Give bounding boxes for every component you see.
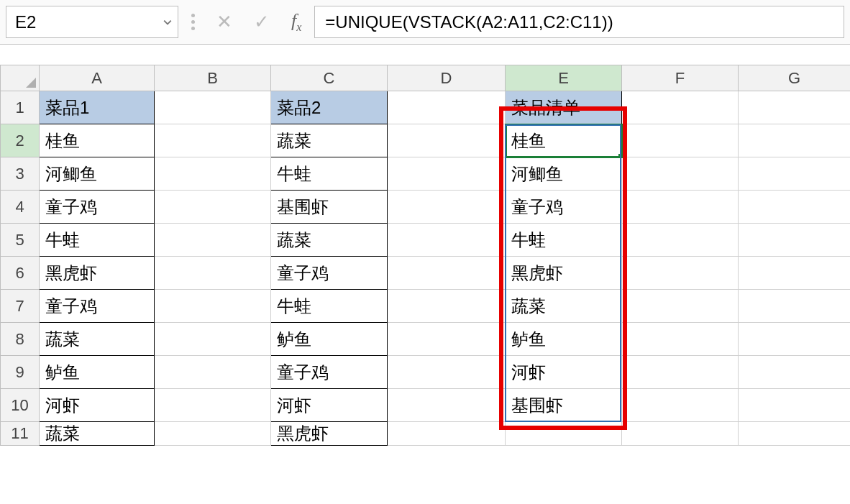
cell-F6[interactable] [622, 257, 739, 290]
cell-D9[interactable] [388, 356, 506, 389]
cell-B2[interactable] [155, 124, 271, 157]
row-header-1[interactable]: 1 [1, 91, 40, 124]
cell-D1[interactable] [388, 91, 506, 124]
cell-A8[interactable]: 蔬菜 [40, 323, 155, 356]
cell-G3[interactable] [739, 157, 851, 191]
cell-C10[interactable]: 河虾 [271, 389, 388, 422]
row-header-2[interactable]: 2 [1, 124, 40, 157]
cell-A2[interactable]: 桂鱼 [40, 124, 155, 157]
cell-B9[interactable] [155, 356, 271, 389]
cell-G10[interactable] [739, 389, 851, 422]
cell-E4[interactable]: 童子鸡 [506, 191, 622, 224]
cell-G4[interactable] [739, 191, 851, 224]
cell-G9[interactable] [739, 356, 851, 389]
cell-D7[interactable] [388, 290, 506, 323]
cell-F9[interactable] [622, 356, 739, 389]
cell-E6[interactable]: 黑虎虾 [506, 257, 622, 290]
cell-G5[interactable] [739, 224, 851, 257]
cell-C3[interactable]: 牛蛙 [271, 157, 388, 191]
cell-C7[interactable]: 牛蛙 [271, 290, 388, 323]
cell-G6[interactable] [739, 257, 851, 290]
cell-D3[interactable] [388, 157, 506, 191]
cell-C11[interactable]: 黑虎虾 [271, 422, 388, 446]
cell-F11[interactable] [622, 422, 739, 446]
cell-E5[interactable]: 牛蛙 [506, 224, 622, 257]
worksheet[interactable]: A B C D E F G 1 菜品1 菜品2 菜品清单 2 桂鱼 蔬菜 桂鱼 [0, 65, 850, 446]
row-header-8[interactable]: 8 [1, 323, 40, 356]
cell-E8[interactable]: 鲈鱼 [506, 323, 622, 356]
cell-E3[interactable]: 河鲫鱼 [506, 157, 622, 191]
cell-C4[interactable]: 基围虾 [271, 191, 388, 224]
cell-C8[interactable]: 鲈鱼 [271, 323, 388, 356]
cell-D5[interactable] [388, 224, 506, 257]
cell-A1[interactable]: 菜品1 [40, 91, 155, 124]
cell-A3[interactable]: 河鲫鱼 [40, 157, 155, 191]
col-header-F[interactable]: F [622, 65, 739, 91]
cell-D11[interactable] [388, 422, 506, 446]
row-header-7[interactable]: 7 [1, 290, 40, 323]
row-header-9[interactable]: 9 [1, 356, 40, 389]
cell-D10[interactable] [388, 389, 506, 422]
col-header-D[interactable]: D [388, 65, 506, 91]
name-box-dropdown-icon[interactable] [157, 6, 178, 37]
cell-E11[interactable] [506, 422, 622, 446]
select-all-corner[interactable] [1, 65, 40, 91]
cell-F8[interactable] [622, 323, 739, 356]
cell-E1[interactable]: 菜品清单 [506, 91, 622, 124]
col-header-C[interactable]: C [271, 65, 388, 91]
cancel-icon[interactable]: ✕ [216, 11, 232, 33]
fx-icon[interactable]: fx [291, 10, 301, 34]
cell-E2[interactable]: 桂鱼 [506, 124, 622, 157]
grid[interactable]: A B C D E F G 1 菜品1 菜品2 菜品清单 2 桂鱼 蔬菜 桂鱼 [0, 65, 850, 446]
cell-C1[interactable]: 菜品2 [271, 91, 388, 124]
row-header-4[interactable]: 4 [1, 191, 40, 224]
cell-A11[interactable]: 蔬菜 [40, 422, 155, 446]
cell-A6[interactable]: 黑虎虾 [40, 257, 155, 290]
cell-B8[interactable] [155, 323, 271, 356]
cell-C5[interactable]: 蔬菜 [271, 224, 388, 257]
cell-C9[interactable]: 童子鸡 [271, 356, 388, 389]
col-header-A[interactable]: A [40, 65, 155, 91]
cell-B7[interactable] [155, 290, 271, 323]
cell-F7[interactable] [622, 290, 739, 323]
name-box[interactable]: E2 [6, 6, 178, 38]
cell-F2[interactable] [622, 124, 739, 157]
cell-B1[interactable] [155, 91, 271, 124]
formula-input[interactable]: =UNIQUE(VSTACK(A2:A11,C2:C11)) [314, 6, 844, 38]
cell-A9[interactable]: 鲈鱼 [40, 356, 155, 389]
row-header-3[interactable]: 3 [1, 157, 40, 191]
row-header-10[interactable]: 10 [1, 389, 40, 422]
cell-E7[interactable]: 蔬菜 [506, 290, 622, 323]
cell-B11[interactable] [155, 422, 271, 446]
cell-G7[interactable] [739, 290, 851, 323]
cell-D8[interactable] [388, 323, 506, 356]
cell-C2[interactable]: 蔬菜 [271, 124, 388, 157]
cell-B10[interactable] [155, 389, 271, 422]
cell-F3[interactable] [622, 157, 739, 191]
cell-B3[interactable] [155, 157, 271, 191]
cell-G8[interactable] [739, 323, 851, 356]
cell-E10[interactable]: 基围虾 [506, 389, 622, 422]
col-header-E[interactable]: E [506, 65, 622, 91]
cell-A10[interactable]: 河虾 [40, 389, 155, 422]
cell-F4[interactable] [622, 191, 739, 224]
row-header-11[interactable]: 11 [1, 422, 40, 446]
cell-F5[interactable] [622, 224, 739, 257]
cell-C6[interactable]: 童子鸡 [271, 257, 388, 290]
cell-E9[interactable]: 河虾 [506, 356, 622, 389]
cell-D2[interactable] [388, 124, 506, 157]
cell-A5[interactable]: 牛蛙 [40, 224, 155, 257]
row-header-6[interactable]: 6 [1, 257, 40, 290]
cell-F10[interactable] [622, 389, 739, 422]
cell-B4[interactable] [155, 191, 271, 224]
cell-A4[interactable]: 童子鸡 [40, 191, 155, 224]
enter-icon[interactable]: ✓ [254, 11, 270, 33]
cell-G11[interactable] [739, 422, 851, 446]
cell-G2[interactable] [739, 124, 851, 157]
cell-D6[interactable] [388, 257, 506, 290]
cell-B5[interactable] [155, 224, 271, 257]
row-header-5[interactable]: 5 [1, 224, 40, 257]
col-header-G[interactable]: G [739, 65, 851, 91]
cell-B6[interactable] [155, 257, 271, 290]
cell-D4[interactable] [388, 191, 506, 224]
